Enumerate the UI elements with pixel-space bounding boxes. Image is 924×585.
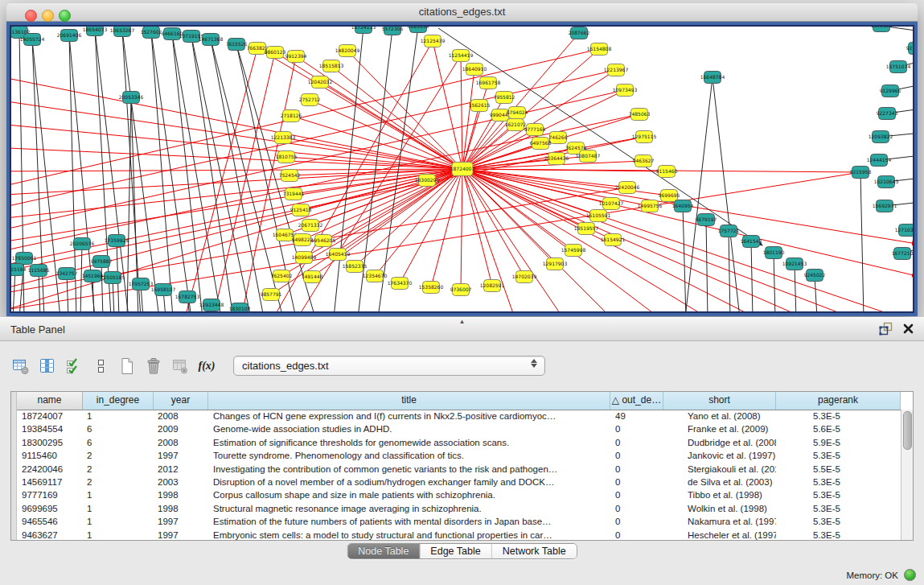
table-row[interactable]: 977716911998Corpus callosum shape and si… — [17, 488, 901, 501]
graph-node-1677210[interactable]: 1677210 — [892, 248, 913, 260]
graph-node-14702039[interactable]: 14702039 — [512, 271, 537, 283]
table-selector-dropdown[interactable]: citations_edges.txt — [233, 356, 545, 376]
graph-node-2752712[interactable]: 2752712 — [299, 94, 321, 106]
graph-node-12213967[interactable]: 12213967 — [604, 64, 629, 76]
graph-node-9115460[interactable]: 9115460 — [656, 166, 678, 178]
memory-ok-indicator[interactable] — [904, 569, 916, 581]
trash-icon[interactable] — [144, 356, 163, 377]
tab-network-table[interactable]: Network Table — [491, 544, 577, 558]
tab-node-table[interactable]: Node Table — [347, 544, 419, 558]
graph-node-17957253[interactable]: 17957253 — [129, 278, 154, 290]
graph-node-1830107[interactable]: 1830107 — [229, 303, 251, 312]
graph-node-16782753[interactable]: 16782753 — [175, 291, 200, 303]
graph-node-1591135[interactable]: 1591135 — [871, 27, 893, 32]
graph-node-20364436[interactable]: 20364436 — [544, 153, 569, 165]
graph-node-14995756[interactable]: 14995756 — [638, 200, 663, 212]
graph-node-7955812[interactable]: 7955812 — [494, 92, 515, 104]
table-row[interactable]: 969969511998Structural magnetic resonanc… — [17, 502, 901, 515]
graph-node-5572306[interactable]: 5572306 — [382, 27, 404, 35]
graph-node-1641543[interactable]: 1641543 — [741, 236, 762, 248]
graph-node-1801190[interactable]: 1801190 — [763, 247, 785, 259]
graph-node-9860123[interactable]: 9860123 — [265, 47, 286, 59]
graph-node-17359928[interactable]: 17359928 — [105, 235, 129, 247]
table-settings-icon[interactable] — [11, 356, 31, 377]
graph-node-9736007[interactable]: 9736007 — [450, 284, 472, 296]
graph-node-11254419[interactable]: 11254419 — [449, 50, 474, 62]
table-row[interactable]: 2242004622012Investigating the contribut… — [17, 463, 901, 476]
graph-node-9777169[interactable]: 9777169 — [524, 124, 546, 136]
graph-node-9129966[interactable]: 9129966 — [880, 85, 901, 97]
graph-node-12975115[interactable]: 12975115 — [632, 131, 657, 143]
graph-node-16648784[interactable]: 16648784 — [700, 72, 725, 84]
graph-node-746266[interactable]: 746266 — [549, 132, 568, 144]
select-all-icon[interactable] — [64, 356, 84, 377]
table-row[interactable]: 946554611997Estimation of the future num… — [17, 515, 901, 528]
table-scrollbar[interactable] — [901, 410, 913, 540]
column-header-name[interactable]: name — [17, 392, 83, 410]
column-header-title[interactable]: title — [208, 392, 610, 410]
graph-node-12444154[interactable]: 12444154 — [867, 154, 892, 167]
function-builder-icon[interactable]: f(x) — [197, 356, 216, 377]
graph-node-12042032[interactable]: 12042032 — [308, 76, 333, 89]
table-row[interactable]: 1938455462009Genome-wide association stu… — [17, 422, 901, 435]
graph-node-14099489[interactable]: 14099489 — [292, 252, 317, 264]
graph-node-9975887[interactable]: 9975887 — [91, 256, 113, 268]
graph-node-20691406[interactable]: 20691406 — [57, 30, 82, 42]
graph-node-9213456[interactable]: 9213456 — [906, 43, 913, 55]
graph-node-16405419[interactable]: 16405419 — [326, 249, 351, 261]
graph-node-10107427[interactable]: 10107427 — [599, 198, 624, 210]
graph-node-1562615[interactable]: 1562615 — [469, 100, 491, 112]
table-column-icon[interactable] — [38, 356, 57, 377]
column-header-short[interactable]: short — [663, 392, 776, 410]
graph-node-9125418[interactable]: 9125418 — [290, 204, 312, 216]
graph-node-12710358[interactable]: 12710358 — [895, 225, 913, 237]
graph-node-9227343[interactable]: 9227343 — [877, 108, 898, 120]
new-document-icon[interactable] — [117, 356, 137, 377]
column-header-pagerank[interactable]: pagerank — [776, 392, 901, 410]
graph-node-6497568[interactable]: 6497568 — [530, 138, 552, 150]
graph-node-1810755[interactable]: 1810755 — [276, 151, 298, 163]
graph-node-7524542[interactable]: 7524542 — [279, 170, 301, 182]
graph-node-20671332[interactable]: 20671332 — [298, 220, 323, 232]
tab-edge-table[interactable]: Edge Table — [419, 544, 491, 558]
graph-node-9912394[interactable]: 9912394 — [285, 51, 307, 63]
graph-node-2718126[interactable]: 2718126 — [281, 110, 302, 122]
graph-node-18654073[interactable]: 18654073 — [83, 27, 108, 36]
graph-node-12917903[interactable]: 12917903 — [543, 258, 568, 270]
graph-node-18724007[interactable]: 18724007 — [450, 163, 475, 176]
graph-node-15358260[interactable]: 15358260 — [419, 282, 444, 294]
graph-node-12125439[interactable]: 12125439 — [421, 35, 446, 47]
graph-node-12213383[interactable]: 12213383 — [271, 132, 296, 144]
graph-node-20206576[interactable]: 20206576 — [70, 238, 95, 250]
graph-node-7319441[interactable]: 7319441 — [283, 188, 305, 200]
graph-node-17634370[interactable]: 17634370 — [388, 278, 413, 290]
graph-node-7485063[interactable]: 7485063 — [629, 109, 651, 121]
table-row[interactable]: 946362711997Embryonic stem cells: a mode… — [17, 529, 901, 540]
graph-node-1491448[interactable]: 1491448 — [302, 271, 323, 283]
graph-node-18515813[interactable]: 18515813 — [319, 60, 344, 72]
graph-node-10921453[interactable]: 10921453 — [782, 258, 807, 270]
graph-node-12923448[interactable]: 12923448 — [199, 299, 224, 311]
graph-node-5498222[interactable]: 5498222 — [292, 234, 314, 246]
graph-node-8215958[interactable]: 8215958 — [850, 167, 872, 179]
graph-node-9463627[interactable]: 9463627 — [633, 155, 655, 167]
graph-node-7625402[interactable]: 7625402 — [271, 270, 293, 282]
graph-node-2087662[interactable]: 2087662 — [569, 27, 590, 39]
graph-node-6794024[interactable]: 6794024 — [507, 107, 528, 119]
graph-node-15692971[interactable]: 15692971 — [873, 200, 897, 212]
citation-network-graph[interactable]: 1872400718300295112544191864091016961758… — [11, 27, 913, 311]
graph-node-9245022[interactable]: 9245022 — [804, 270, 826, 282]
table-row[interactable]: 911546021997Tourette syndrome. Phenomeno… — [17, 449, 901, 462]
window-titlebar[interactable]: citations_edges.txt — [6, 3, 918, 22]
graph-node-6679197[interactable]: 6679197 — [696, 214, 717, 226]
graph-node-1115686[interactable]: 1115686 — [28, 265, 50, 277]
table-row[interactable]: 1456911722003Disruption of a novel membe… — [17, 476, 901, 488]
graph-node-9857791[interactable]: 9857791 — [261, 289, 282, 301]
graph-node-12093822[interactable]: 12093822 — [869, 131, 893, 143]
graph-node-1640954[interactable]: 1640954 — [672, 200, 694, 212]
row-height-icon[interactable] — [91, 356, 110, 377]
graph-node-1342757[interactable]: 1342757 — [56, 268, 78, 280]
table-row[interactable]: 1830029562008Estimation of significance … — [17, 436, 901, 449]
graph-node-12082591[interactable]: 12082591 — [480, 280, 505, 292]
graph-node-15724113[interactable]: 15724113 — [351, 27, 376, 34]
